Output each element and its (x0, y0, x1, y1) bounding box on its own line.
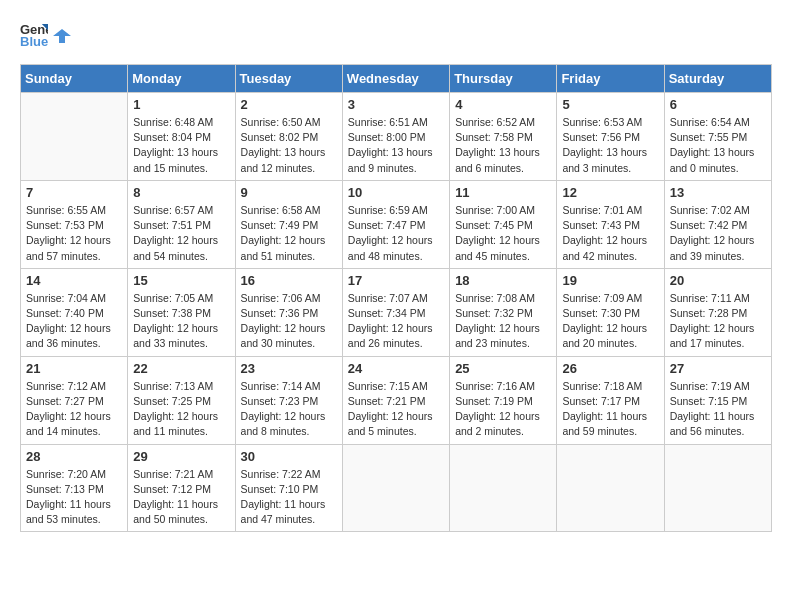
day-info: Sunrise: 6:48 AMSunset: 8:04 PMDaylight:… (133, 115, 229, 176)
day-number: 27 (670, 361, 766, 376)
day-info: Sunrise: 7:04 AMSunset: 7:40 PMDaylight:… (26, 291, 122, 352)
calendar-cell: 9Sunrise: 6:58 AMSunset: 7:49 PMDaylight… (235, 180, 342, 268)
calendar-cell: 19Sunrise: 7:09 AMSunset: 7:30 PMDayligh… (557, 268, 664, 356)
day-number: 9 (241, 185, 337, 200)
calendar-cell: 14Sunrise: 7:04 AMSunset: 7:40 PMDayligh… (21, 268, 128, 356)
day-number: 8 (133, 185, 229, 200)
day-info: Sunrise: 6:52 AMSunset: 7:58 PMDaylight:… (455, 115, 551, 176)
calendar-cell: 2Sunrise: 6:50 AMSunset: 8:02 PMDaylight… (235, 93, 342, 181)
calendar-cell: 10Sunrise: 6:59 AMSunset: 7:47 PMDayligh… (342, 180, 449, 268)
calendar-cell: 6Sunrise: 6:54 AMSunset: 7:55 PMDaylight… (664, 93, 771, 181)
day-number: 22 (133, 361, 229, 376)
day-info: Sunrise: 6:51 AMSunset: 8:00 PMDaylight:… (348, 115, 444, 176)
day-number: 29 (133, 449, 229, 464)
day-info: Sunrise: 7:11 AMSunset: 7:28 PMDaylight:… (670, 291, 766, 352)
weekday-header-cell: Wednesday (342, 65, 449, 93)
calendar-cell: 3Sunrise: 6:51 AMSunset: 8:00 PMDaylight… (342, 93, 449, 181)
day-info: Sunrise: 7:06 AMSunset: 7:36 PMDaylight:… (241, 291, 337, 352)
day-number: 25 (455, 361, 551, 376)
day-number: 11 (455, 185, 551, 200)
day-info: Sunrise: 6:53 AMSunset: 7:56 PMDaylight:… (562, 115, 658, 176)
calendar-body: 1Sunrise: 6:48 AMSunset: 8:04 PMDaylight… (21, 93, 772, 532)
logo-icon: General Blue (20, 20, 48, 48)
day-info: Sunrise: 6:50 AMSunset: 8:02 PMDaylight:… (241, 115, 337, 176)
day-info: Sunrise: 7:18 AMSunset: 7:17 PMDaylight:… (562, 379, 658, 440)
calendar-cell: 20Sunrise: 7:11 AMSunset: 7:28 PMDayligh… (664, 268, 771, 356)
day-number: 16 (241, 273, 337, 288)
weekday-header-cell: Tuesday (235, 65, 342, 93)
day-number: 30 (241, 449, 337, 464)
calendar-cell: 29Sunrise: 7:21 AMSunset: 7:12 PMDayligh… (128, 444, 235, 532)
calendar-cell: 28Sunrise: 7:20 AMSunset: 7:13 PMDayligh… (21, 444, 128, 532)
calendar-cell: 24Sunrise: 7:15 AMSunset: 7:21 PMDayligh… (342, 356, 449, 444)
day-info: Sunrise: 7:16 AMSunset: 7:19 PMDaylight:… (455, 379, 551, 440)
weekday-header-row: SundayMondayTuesdayWednesdayThursdayFrid… (21, 65, 772, 93)
day-info: Sunrise: 7:12 AMSunset: 7:27 PMDaylight:… (26, 379, 122, 440)
logo: General Blue (20, 20, 72, 48)
weekday-header-cell: Friday (557, 65, 664, 93)
calendar-cell (342, 444, 449, 532)
calendar-cell: 5Sunrise: 6:53 AMSunset: 7:56 PMDaylight… (557, 93, 664, 181)
calendar-cell: 21Sunrise: 7:12 AMSunset: 7:27 PMDayligh… (21, 356, 128, 444)
calendar-cell: 12Sunrise: 7:01 AMSunset: 7:43 PMDayligh… (557, 180, 664, 268)
calendar-cell (557, 444, 664, 532)
calendar-cell: 27Sunrise: 7:19 AMSunset: 7:15 PMDayligh… (664, 356, 771, 444)
day-info: Sunrise: 7:13 AMSunset: 7:25 PMDaylight:… (133, 379, 229, 440)
day-number: 2 (241, 97, 337, 112)
day-info: Sunrise: 6:58 AMSunset: 7:49 PMDaylight:… (241, 203, 337, 264)
day-number: 10 (348, 185, 444, 200)
day-number: 19 (562, 273, 658, 288)
day-number: 18 (455, 273, 551, 288)
day-info: Sunrise: 7:08 AMSunset: 7:32 PMDaylight:… (455, 291, 551, 352)
day-number: 20 (670, 273, 766, 288)
calendar-cell: 25Sunrise: 7:16 AMSunset: 7:19 PMDayligh… (450, 356, 557, 444)
day-info: Sunrise: 7:20 AMSunset: 7:13 PMDaylight:… (26, 467, 122, 528)
day-number: 23 (241, 361, 337, 376)
day-number: 5 (562, 97, 658, 112)
day-info: Sunrise: 7:22 AMSunset: 7:10 PMDaylight:… (241, 467, 337, 528)
weekday-header-cell: Thursday (450, 65, 557, 93)
weekday-header-cell: Monday (128, 65, 235, 93)
calendar-cell: 23Sunrise: 7:14 AMSunset: 7:23 PMDayligh… (235, 356, 342, 444)
calendar-cell: 4Sunrise: 6:52 AMSunset: 7:58 PMDaylight… (450, 93, 557, 181)
day-info: Sunrise: 7:19 AMSunset: 7:15 PMDaylight:… (670, 379, 766, 440)
day-number: 15 (133, 273, 229, 288)
calendar-cell: 8Sunrise: 6:57 AMSunset: 7:51 PMDaylight… (128, 180, 235, 268)
day-info: Sunrise: 6:57 AMSunset: 7:51 PMDaylight:… (133, 203, 229, 264)
day-info: Sunrise: 7:07 AMSunset: 7:34 PMDaylight:… (348, 291, 444, 352)
calendar-cell: 13Sunrise: 7:02 AMSunset: 7:42 PMDayligh… (664, 180, 771, 268)
calendar-cell: 26Sunrise: 7:18 AMSunset: 7:17 PMDayligh… (557, 356, 664, 444)
day-number: 7 (26, 185, 122, 200)
day-number: 13 (670, 185, 766, 200)
calendar-cell: 15Sunrise: 7:05 AMSunset: 7:38 PMDayligh… (128, 268, 235, 356)
day-info: Sunrise: 7:14 AMSunset: 7:23 PMDaylight:… (241, 379, 337, 440)
weekday-header-cell: Saturday (664, 65, 771, 93)
weekday-header-cell: Sunday (21, 65, 128, 93)
calendar-cell: 7Sunrise: 6:55 AMSunset: 7:53 PMDaylight… (21, 180, 128, 268)
day-number: 1 (133, 97, 229, 112)
calendar-week-row: 21Sunrise: 7:12 AMSunset: 7:27 PMDayligh… (21, 356, 772, 444)
day-number: 6 (670, 97, 766, 112)
day-number: 24 (348, 361, 444, 376)
calendar-cell: 16Sunrise: 7:06 AMSunset: 7:36 PMDayligh… (235, 268, 342, 356)
day-number: 14 (26, 273, 122, 288)
logo-bird-icon (53, 27, 71, 45)
calendar-cell: 17Sunrise: 7:07 AMSunset: 7:34 PMDayligh… (342, 268, 449, 356)
page-header: General Blue (20, 20, 772, 48)
day-number: 26 (562, 361, 658, 376)
day-number: 17 (348, 273, 444, 288)
day-info: Sunrise: 7:01 AMSunset: 7:43 PMDaylight:… (562, 203, 658, 264)
day-info: Sunrise: 7:21 AMSunset: 7:12 PMDaylight:… (133, 467, 229, 528)
calendar-week-row: 1Sunrise: 6:48 AMSunset: 8:04 PMDaylight… (21, 93, 772, 181)
day-number: 4 (455, 97, 551, 112)
day-info: Sunrise: 6:54 AMSunset: 7:55 PMDaylight:… (670, 115, 766, 176)
day-info: Sunrise: 6:59 AMSunset: 7:47 PMDaylight:… (348, 203, 444, 264)
calendar-cell (664, 444, 771, 532)
day-info: Sunrise: 7:09 AMSunset: 7:30 PMDaylight:… (562, 291, 658, 352)
calendar-week-row: 14Sunrise: 7:04 AMSunset: 7:40 PMDayligh… (21, 268, 772, 356)
day-info: Sunrise: 7:15 AMSunset: 7:21 PMDaylight:… (348, 379, 444, 440)
calendar-table: SundayMondayTuesdayWednesdayThursdayFrid… (20, 64, 772, 532)
calendar-week-row: 7Sunrise: 6:55 AMSunset: 7:53 PMDaylight… (21, 180, 772, 268)
day-info: Sunrise: 7:05 AMSunset: 7:38 PMDaylight:… (133, 291, 229, 352)
svg-text:Blue: Blue (20, 34, 48, 48)
